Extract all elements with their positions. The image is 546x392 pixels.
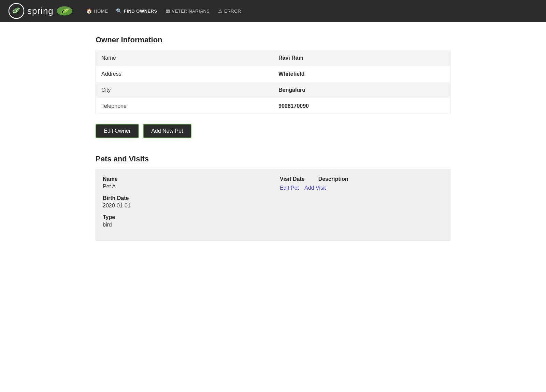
owner-city-label: City [96,82,273,98]
owner-telephone-row: Telephone 9008170090 [96,98,450,114]
brand-logo-link[interactable]: spring [8,3,73,19]
nav-veterinarians[interactable]: ▦ VETERINARIANS [166,8,210,14]
visit-desc-header: Description [318,176,348,182]
main-content: Owner Information Name Ravi Ram Address … [68,35,478,241]
pet-type-label: Type [103,214,266,220]
owner-name-label: Name [96,50,273,66]
pet-name-value: Pet A [103,184,266,190]
pet-type-value: bird [103,222,266,228]
owner-address-row: Address Whitefield [96,66,450,82]
owner-telephone-value: 9008170090 [273,98,450,114]
add-new-pet-button[interactable]: Add New Pet [143,124,191,138]
edit-pet-link[interactable]: Edit Pet [280,185,299,191]
nav-home-label: HOME [94,9,108,14]
visits-column: Visit Date Description Edit Pet Add Visi… [273,176,443,233]
nav-home[interactable]: 🏠 HOME [86,8,108,14]
owner-name-row: Name Ravi Ram [96,50,450,66]
leaf-badge-icon [56,5,73,17]
owner-action-buttons: Edit Owner Add New Pet [96,124,450,138]
pet-birth-date-label: Birth Date [103,195,266,201]
owner-telephone-label: Telephone [96,98,273,114]
nav-error-label: ERROR [224,9,241,14]
owner-name-value: Ravi Ram [273,50,450,66]
owner-info-heading: Owner Information [96,35,450,44]
owner-city-value: Bengaluru [273,82,450,98]
pet-info-column: Name Pet A Birth Date 2020-01-01 Type bi… [103,176,273,233]
owner-info-table: Name Ravi Ram Address Whitefield City Be… [96,50,450,114]
pet-name-label: Name [103,176,266,182]
pets-visits-heading: Pets and Visits [96,155,450,163]
owner-city-row: City Bengaluru [96,82,450,98]
home-icon: 🏠 [86,8,92,14]
add-visit-link[interactable]: Add Visit [304,185,326,191]
owner-address-label: Address [96,66,273,82]
nav-links: 🏠 HOME 🔍 FIND OWNERS ▦ VETERINARIANS ⚠ E… [86,8,241,14]
pet-card: Name Pet A Birth Date 2020-01-01 Type bi… [96,169,450,241]
visit-date-header: Visit Date [280,176,305,182]
pet-birth-date-value: 2020-01-01 [103,203,266,209]
visit-actions: Edit Pet Add Visit [280,185,443,191]
visits-table-header: Visit Date Description [280,176,443,182]
navbar: spring 🏠 HOME 🔍 FIND OWNERS ▦ VETERINARI… [0,0,546,22]
nav-find-owners-label: FIND OWNERS [124,9,157,14]
edit-owner-button[interactable]: Edit Owner [96,124,139,138]
brand-text: spring [27,6,54,16]
owner-address-value: Whitefield [273,66,450,82]
nav-find-owners[interactable]: 🔍 FIND OWNERS [116,8,157,14]
search-icon: 🔍 [116,8,122,14]
nav-veterinarians-label: VETERINARIANS [172,9,210,14]
nav-error[interactable]: ⚠ ERROR [218,8,241,14]
warning-icon: ⚠ [218,8,223,14]
grid-icon: ▦ [166,8,170,14]
